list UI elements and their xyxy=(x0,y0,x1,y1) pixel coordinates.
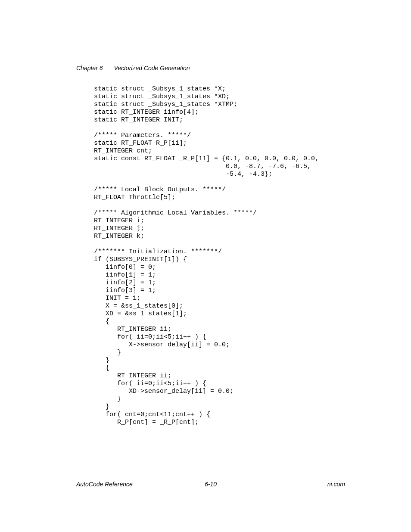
footer-page-number: 6-10 xyxy=(76,481,345,488)
page-header: Chapter 6 Vectorized Code Generation xyxy=(76,65,190,72)
code-listing: static struct _Subsys_1_states *X; stati… xyxy=(94,85,385,426)
document-page: Chapter 6 Vectorized Code Generation sta… xyxy=(0,0,411,532)
chapter-title: Vectorized Code Generation xyxy=(114,65,190,72)
page-footer: 6-10 AutoCode Reference ni.com xyxy=(76,481,345,488)
chapter-label: Chapter 6 xyxy=(76,65,103,72)
